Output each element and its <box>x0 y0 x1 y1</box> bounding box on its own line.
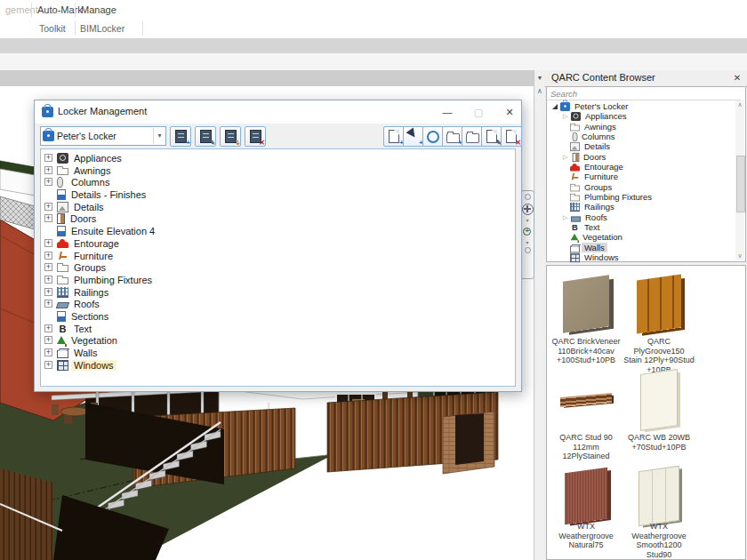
expand-icon[interactable] <box>44 300 52 308</box>
tree-item-plumbing-fixtures[interactable]: Plumbing Fixtures <box>563 192 747 202</box>
expand-icon[interactable] <box>44 263 52 271</box>
detail-icon <box>570 141 580 150</box>
thumb-weathergroove-natural[interactable] <box>550 463 622 529</box>
expand-icon[interactable] <box>44 288 52 296</box>
chevron-down-icon[interactable] <box>526 218 528 224</box>
list-item-plumbing-fixtures[interactable]: Plumbing Fixtures <box>41 274 503 285</box>
tree-item-entourage[interactable]: Entourage <box>563 162 747 172</box>
minimize-button[interactable]: — <box>435 103 460 121</box>
expander-collapsed-icon[interactable] <box>563 113 569 120</box>
tree-item-railings[interactable]: Railings <box>563 202 747 212</box>
list-item-walls[interactable]: Walls <box>41 347 503 358</box>
thumb-wb20wb[interactable] <box>623 367 695 433</box>
expand-icon[interactable] <box>44 276 52 284</box>
tree-item-awnings[interactable]: Awnings <box>563 122 747 132</box>
list-item-windows[interactable]: Windows <box>41 359 503 371</box>
expander-collapsed-icon[interactable] <box>563 154 569 161</box>
nav-options-icon[interactable] <box>525 194 531 200</box>
zoom-icon[interactable] <box>522 227 533 237</box>
list-item-columns[interactable]: Columns <box>41 176 503 188</box>
tree-item-groups[interactable]: Groups <box>563 182 747 192</box>
delete-locker-button[interactable]: ✕ <box>245 126 266 147</box>
list-item-text[interactable]: Text <box>41 323 503 334</box>
close-icon[interactable] <box>731 72 743 84</box>
panel-header[interactable]: QARC Content Browser <box>544 70 747 87</box>
tree-scrollbar[interactable] <box>735 100 744 260</box>
list-item-awnings[interactable]: Awnings <box>41 164 503 176</box>
thumb-label: QARC Stud 90112mm12PlyStained <box>550 433 622 461</box>
expand-icon[interactable] <box>44 336 52 344</box>
list-item-details-finishes[interactable]: Details - Finishes <box>41 188 503 200</box>
tree-item-vegetation[interactable]: Vegetation <box>563 232 747 242</box>
plus-icon: + <box>186 140 190 147</box>
expand-icon[interactable] <box>44 178 52 186</box>
add-locker-button[interactable]: + <box>170 126 191 147</box>
dialog-titlebar[interactable]: Locker Management — ▢ ✕ <box>35 100 521 124</box>
expand-icon[interactable] <box>44 214 52 222</box>
folder-icon <box>570 195 580 201</box>
locker-management-dialog: Locker Management — ▢ ✕ Peter's Locker +… <box>34 100 522 392</box>
expander-collapsed-icon[interactable] <box>563 214 569 221</box>
scroll-up-icon[interactable] <box>735 100 744 109</box>
edit-file-button[interactable]: ✎ <box>481 126 502 147</box>
tree-item-furniture[interactable]: Furniture <box>563 172 747 181</box>
close-button[interactable]: ✕ <box>497 103 522 121</box>
thumb-plygroove[interactable] <box>623 271 695 337</box>
tab-manage[interactable]: Manage <box>76 0 122 20</box>
tree-item-details[interactable]: Details <box>563 141 747 151</box>
expand-icon[interactable] <box>44 166 52 174</box>
tree-item-text[interactable]: Text <box>563 222 747 232</box>
edit-locker-button[interactable]: ✎ <box>195 126 216 147</box>
list-item-ensuite-elevation[interactable]: Ensuite Elevation 4 <box>41 225 503 236</box>
tree-item-columns[interactable]: Columns <box>563 132 747 141</box>
tree-item-appliances[interactable]: Appliances <box>563 111 747 121</box>
rvt-view-icon <box>57 226 66 236</box>
chevron-down-icon[interactable] <box>526 240 528 246</box>
expand-icon[interactable] <box>44 203 52 211</box>
expand-icon[interactable] <box>44 324 52 332</box>
pin-icon[interactable] <box>536 75 543 82</box>
list-item-sections[interactable]: Sections <box>41 310 503 322</box>
sync-button[interactable] <box>422 126 444 147</box>
expand-icon[interactable] <box>44 348 52 356</box>
locker-select[interactable]: Peter's Locker <box>40 126 166 146</box>
new-folder-button[interactable]: + <box>442 126 463 147</box>
list-item-roofs[interactable]: Roofs <box>41 298 503 309</box>
tree-item-windows[interactable]: Windows <box>563 252 747 262</box>
tree-item-peters-locker[interactable]: Peter's Locker <box>552 101 737 111</box>
search-input[interactable] <box>547 87 741 100</box>
expand-icon[interactable] <box>44 154 52 162</box>
steering-wheel-icon[interactable] <box>522 204 534 215</box>
list-item-entourage[interactable]: Entourage <box>41 237 503 249</box>
scrollbar-thumb[interactable] <box>736 156 745 212</box>
expand-icon[interactable] <box>44 239 52 247</box>
rvt-view-icon <box>57 189 66 200</box>
thumb-brickveneer[interactable] <box>550 271 622 337</box>
new-file-button[interactable]: + <box>383 126 405 147</box>
expander-expanded-icon[interactable] <box>552 104 558 109</box>
thumb-weathergroove-smooth[interactable] <box>623 463 695 529</box>
chevron-up-icon[interactable] <box>536 88 543 95</box>
list-item-details[interactable]: Details <box>41 201 503 212</box>
wall-preview-image <box>563 275 609 332</box>
chevron-down-icon[interactable] <box>153 128 165 144</box>
expand-icon[interactable] <box>44 361 52 369</box>
export-locker-button[interactable]: ↴ <box>220 126 241 147</box>
list-item-appliances[interactable]: Appliances <box>41 152 503 164</box>
list-item-furniture[interactable]: Furniture <box>41 250 503 261</box>
expand-icon[interactable] <box>44 252 52 260</box>
tree-item-doors[interactable]: Doors <box>563 152 747 162</box>
list-item-railings[interactable]: Railings <box>41 286 503 298</box>
list-item-doors[interactable]: Doors <box>41 212 503 224</box>
list-item-vegetation[interactable]: Vegetation <box>41 334 503 346</box>
add-by-pick-button[interactable]: + <box>403 126 424 147</box>
tree-item-roofs[interactable]: Roofs <box>563 212 747 222</box>
scroll-down-icon[interactable] <box>735 252 744 260</box>
tree-item-walls[interactable]: Walls <box>563 243 747 252</box>
nav-options-icon[interactable] <box>525 247 531 253</box>
maximize-button[interactable]: ▢ <box>466 103 491 121</box>
delete-file-button[interactable]: ✕ <box>501 126 522 147</box>
list-item-groups[interactable]: Groups <box>41 261 503 273</box>
open-folder-button[interactable] <box>462 126 483 147</box>
thumb-stud90[interactable] <box>550 367 622 433</box>
